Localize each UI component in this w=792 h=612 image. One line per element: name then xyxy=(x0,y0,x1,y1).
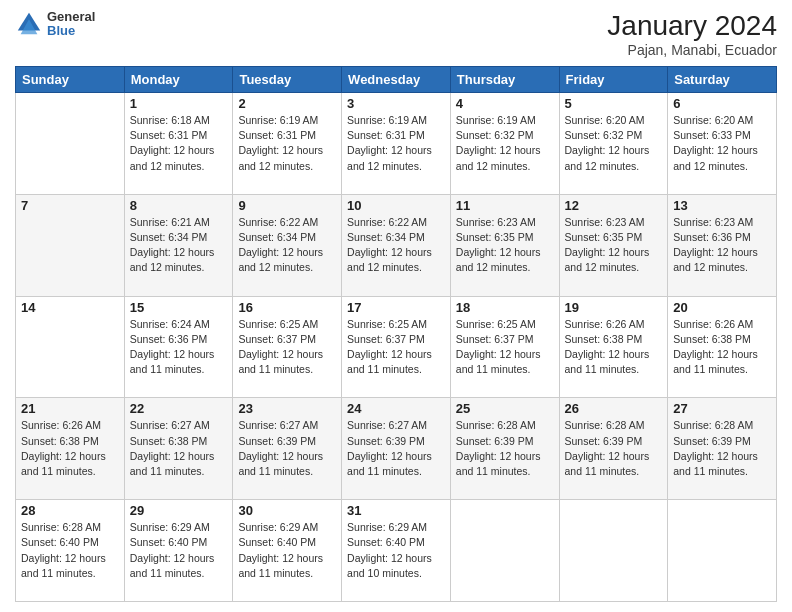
table-row: 14 xyxy=(16,296,125,398)
day-number: 2 xyxy=(238,96,336,111)
day-number: 22 xyxy=(130,401,228,416)
day-number: 13 xyxy=(673,198,771,213)
day-number: 15 xyxy=(130,300,228,315)
col-monday: Monday xyxy=(124,67,233,93)
table-row xyxy=(559,500,668,602)
table-row xyxy=(668,500,777,602)
day-number: 19 xyxy=(565,300,663,315)
calendar-week-row: 78Sunrise: 6:21 AMSunset: 6:34 PMDayligh… xyxy=(16,194,777,296)
table-row: 10Sunrise: 6:22 AMSunset: 6:34 PMDayligh… xyxy=(342,194,451,296)
day-info: Sunrise: 6:22 AMSunset: 6:34 PMDaylight:… xyxy=(238,215,336,276)
table-row: 20Sunrise: 6:26 AMSunset: 6:38 PMDayligh… xyxy=(668,296,777,398)
day-number: 1 xyxy=(130,96,228,111)
day-info: Sunrise: 6:29 AMSunset: 6:40 PMDaylight:… xyxy=(238,520,336,581)
calendar-week-row: 28Sunrise: 6:28 AMSunset: 6:40 PMDayligh… xyxy=(16,500,777,602)
table-row: 31Sunrise: 6:29 AMSunset: 6:40 PMDayligh… xyxy=(342,500,451,602)
location-subtitle: Pajan, Manabi, Ecuador xyxy=(607,42,777,58)
day-number: 14 xyxy=(21,300,119,315)
table-row: 12Sunrise: 6:23 AMSunset: 6:35 PMDayligh… xyxy=(559,194,668,296)
day-number: 8 xyxy=(130,198,228,213)
col-wednesday: Wednesday xyxy=(342,67,451,93)
day-info: Sunrise: 6:28 AMSunset: 6:40 PMDaylight:… xyxy=(21,520,119,581)
col-sunday: Sunday xyxy=(16,67,125,93)
calendar-table: Sunday Monday Tuesday Wednesday Thursday… xyxy=(15,66,777,602)
day-info: Sunrise: 6:22 AMSunset: 6:34 PMDaylight:… xyxy=(347,215,445,276)
calendar-header-row: Sunday Monday Tuesday Wednesday Thursday… xyxy=(16,67,777,93)
table-row: 21Sunrise: 6:26 AMSunset: 6:38 PMDayligh… xyxy=(16,398,125,500)
day-info: Sunrise: 6:28 AMSunset: 6:39 PMDaylight:… xyxy=(673,418,771,479)
day-number: 31 xyxy=(347,503,445,518)
day-number: 17 xyxy=(347,300,445,315)
table-row: 4Sunrise: 6:19 AMSunset: 6:32 PMDaylight… xyxy=(450,93,559,195)
day-info: Sunrise: 6:19 AMSunset: 6:31 PMDaylight:… xyxy=(347,113,445,174)
table-row: 8Sunrise: 6:21 AMSunset: 6:34 PMDaylight… xyxy=(124,194,233,296)
day-info: Sunrise: 6:23 AMSunset: 6:35 PMDaylight:… xyxy=(565,215,663,276)
header: General Blue January 2024 Pajan, Manabi,… xyxy=(15,10,777,58)
table-row: 26Sunrise: 6:28 AMSunset: 6:39 PMDayligh… xyxy=(559,398,668,500)
col-thursday: Thursday xyxy=(450,67,559,93)
day-info: Sunrise: 6:27 AMSunset: 6:39 PMDaylight:… xyxy=(347,418,445,479)
table-row: 23Sunrise: 6:27 AMSunset: 6:39 PMDayligh… xyxy=(233,398,342,500)
day-info: Sunrise: 6:26 AMSunset: 6:38 PMDaylight:… xyxy=(673,317,771,378)
day-info: Sunrise: 6:18 AMSunset: 6:31 PMDaylight:… xyxy=(130,113,228,174)
table-row xyxy=(450,500,559,602)
logo-icon xyxy=(15,10,43,38)
table-row: 25Sunrise: 6:28 AMSunset: 6:39 PMDayligh… xyxy=(450,398,559,500)
day-info: Sunrise: 6:26 AMSunset: 6:38 PMDaylight:… xyxy=(565,317,663,378)
table-row: 13Sunrise: 6:23 AMSunset: 6:36 PMDayligh… xyxy=(668,194,777,296)
table-row: 16Sunrise: 6:25 AMSunset: 6:37 PMDayligh… xyxy=(233,296,342,398)
day-info: Sunrise: 6:28 AMSunset: 6:39 PMDaylight:… xyxy=(565,418,663,479)
table-row: 22Sunrise: 6:27 AMSunset: 6:38 PMDayligh… xyxy=(124,398,233,500)
day-number: 26 xyxy=(565,401,663,416)
day-info: Sunrise: 6:27 AMSunset: 6:39 PMDaylight:… xyxy=(238,418,336,479)
logo-general-text: General xyxy=(47,10,95,24)
day-info: Sunrise: 6:21 AMSunset: 6:34 PMDaylight:… xyxy=(130,215,228,276)
logo: General Blue xyxy=(15,10,95,39)
day-number: 30 xyxy=(238,503,336,518)
day-number: 5 xyxy=(565,96,663,111)
day-info: Sunrise: 6:23 AMSunset: 6:36 PMDaylight:… xyxy=(673,215,771,276)
day-info: Sunrise: 6:25 AMSunset: 6:37 PMDaylight:… xyxy=(456,317,554,378)
day-number: 29 xyxy=(130,503,228,518)
day-number: 16 xyxy=(238,300,336,315)
day-number: 24 xyxy=(347,401,445,416)
month-title: January 2024 xyxy=(607,10,777,42)
table-row: 19Sunrise: 6:26 AMSunset: 6:38 PMDayligh… xyxy=(559,296,668,398)
day-number: 9 xyxy=(238,198,336,213)
day-info: Sunrise: 6:28 AMSunset: 6:39 PMDaylight:… xyxy=(456,418,554,479)
day-number: 3 xyxy=(347,96,445,111)
day-number: 10 xyxy=(347,198,445,213)
day-info: Sunrise: 6:25 AMSunset: 6:37 PMDaylight:… xyxy=(238,317,336,378)
table-row: 7 xyxy=(16,194,125,296)
day-number: 7 xyxy=(21,198,119,213)
calendar-week-row: 1415Sunrise: 6:24 AMSunset: 6:36 PMDayli… xyxy=(16,296,777,398)
col-tuesday: Tuesday xyxy=(233,67,342,93)
day-number: 20 xyxy=(673,300,771,315)
table-row: 17Sunrise: 6:25 AMSunset: 6:37 PMDayligh… xyxy=(342,296,451,398)
day-number: 18 xyxy=(456,300,554,315)
page: General Blue January 2024 Pajan, Manabi,… xyxy=(0,0,792,612)
table-row: 24Sunrise: 6:27 AMSunset: 6:39 PMDayligh… xyxy=(342,398,451,500)
table-row: 29Sunrise: 6:29 AMSunset: 6:40 PMDayligh… xyxy=(124,500,233,602)
day-number: 12 xyxy=(565,198,663,213)
calendar-week-row: 21Sunrise: 6:26 AMSunset: 6:38 PMDayligh… xyxy=(16,398,777,500)
day-number: 4 xyxy=(456,96,554,111)
col-friday: Friday xyxy=(559,67,668,93)
day-info: Sunrise: 6:19 AMSunset: 6:32 PMDaylight:… xyxy=(456,113,554,174)
day-info: Sunrise: 6:25 AMSunset: 6:37 PMDaylight:… xyxy=(347,317,445,378)
day-info: Sunrise: 6:23 AMSunset: 6:35 PMDaylight:… xyxy=(456,215,554,276)
day-info: Sunrise: 6:27 AMSunset: 6:38 PMDaylight:… xyxy=(130,418,228,479)
day-info: Sunrise: 6:19 AMSunset: 6:31 PMDaylight:… xyxy=(238,113,336,174)
day-number: 27 xyxy=(673,401,771,416)
day-info: Sunrise: 6:24 AMSunset: 6:36 PMDaylight:… xyxy=(130,317,228,378)
calendar-week-row: 1Sunrise: 6:18 AMSunset: 6:31 PMDaylight… xyxy=(16,93,777,195)
day-number: 21 xyxy=(21,401,119,416)
day-info: Sunrise: 6:26 AMSunset: 6:38 PMDaylight:… xyxy=(21,418,119,479)
table-row: 27Sunrise: 6:28 AMSunset: 6:39 PMDayligh… xyxy=(668,398,777,500)
col-saturday: Saturday xyxy=(668,67,777,93)
day-info: Sunrise: 6:20 AMSunset: 6:33 PMDaylight:… xyxy=(673,113,771,174)
table-row: 9Sunrise: 6:22 AMSunset: 6:34 PMDaylight… xyxy=(233,194,342,296)
table-row: 3Sunrise: 6:19 AMSunset: 6:31 PMDaylight… xyxy=(342,93,451,195)
day-number: 11 xyxy=(456,198,554,213)
day-info: Sunrise: 6:29 AMSunset: 6:40 PMDaylight:… xyxy=(130,520,228,581)
